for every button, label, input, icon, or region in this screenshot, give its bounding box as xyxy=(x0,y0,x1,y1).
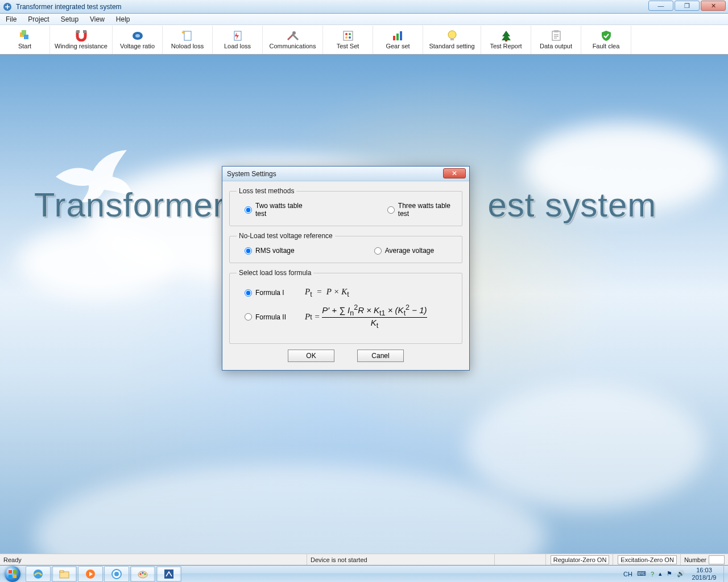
toolbar: Start Winding resistance Voltage ratio N… xyxy=(0,25,728,55)
tray-clock[interactable]: 16:03 2018/1/9 xyxy=(687,567,721,581)
radio-rms-voltage[interactable]: RMS voltage xyxy=(245,247,295,255)
statusbar: Ready Device is not started Regulator-Ze… xyxy=(0,554,728,565)
radio-input[interactable] xyxy=(245,289,252,297)
tool-test-set[interactable]: Test Set xyxy=(323,26,373,54)
svg-rect-3 xyxy=(22,30,26,35)
svg-rect-22 xyxy=(552,31,560,40)
svg-point-10 xyxy=(292,31,296,35)
palette-icon xyxy=(341,30,355,41)
dialog-titlebar[interactable]: System Settings ✕ xyxy=(222,167,469,181)
dialog-close-button[interactable]: ✕ xyxy=(443,168,466,178)
show-desktop-button[interactable] xyxy=(723,566,728,582)
windows-taskbar: CH ⌨ ? ▴ ⚑ 🔊 16:03 2018/1/9 xyxy=(0,565,728,582)
tool-load-loss[interactable]: Load loss xyxy=(213,26,263,54)
radio-input[interactable] xyxy=(374,247,382,255)
radio-input[interactable] xyxy=(387,206,395,214)
tool-label: Test Set xyxy=(337,43,359,49)
tool-noload-loss[interactable]: Noload loss xyxy=(163,26,213,54)
radio-formula-2[interactable]: Formula II xyxy=(237,313,305,321)
tool-label: Voltage ratio xyxy=(120,43,155,49)
system-tray: CH ⌨ ? ▴ ⚑ 🔊 16:03 2018/1/9 xyxy=(621,566,728,582)
ok-button[interactable]: OK xyxy=(288,350,334,362)
tool-label: Start xyxy=(18,43,31,49)
radio-input[interactable] xyxy=(245,247,252,255)
tray-keyboard-icon[interactable]: ⌨ xyxy=(635,570,648,577)
cloud-decoration xyxy=(17,225,176,299)
start-button[interactable] xyxy=(0,566,25,583)
tool-gear-set[interactable]: Gear set xyxy=(373,26,423,54)
svg-rect-8 xyxy=(184,31,191,40)
app-icon xyxy=(2,2,13,12)
radio-three-watts[interactable]: Three watts table test xyxy=(387,202,455,218)
status-regulator: Regulator-Zero ON xyxy=(546,554,614,565)
tool-label: Test Report xyxy=(490,43,522,49)
doc-spark-icon xyxy=(180,30,195,41)
group-legend: Loss test methods xyxy=(237,187,296,195)
radio-average-voltage[interactable]: Average voltage xyxy=(374,247,435,255)
svg-rect-16 xyxy=(393,36,395,40)
tool-winding-resistance[interactable]: Winding resistance xyxy=(50,26,113,54)
svg-point-37 xyxy=(144,573,146,575)
doc-bolt-icon xyxy=(230,30,245,41)
cloud-decoration xyxy=(466,384,705,509)
cubes-icon xyxy=(18,30,32,41)
svg-rect-30 xyxy=(60,571,64,572)
taskbar-browser[interactable] xyxy=(104,566,129,582)
bulb-icon xyxy=(445,30,460,41)
group-load-loss-formula: Select load loss formula Formula I Pt = … xyxy=(229,269,462,344)
status-ready: Ready xyxy=(0,554,307,565)
group-noload-voltage-ref: No-Load test voltage reference RMS volta… xyxy=(229,232,462,263)
tool-start[interactable]: Start xyxy=(0,26,50,54)
tool-label: Load loss xyxy=(224,43,251,49)
taskbar-paint[interactable] xyxy=(130,566,155,582)
minimize-button[interactable]: — xyxy=(648,1,673,11)
taskbar-ie[interactable] xyxy=(26,566,51,582)
clipboard-icon xyxy=(549,30,564,41)
close-button[interactable]: ✕ xyxy=(701,1,726,11)
tray-flag-icon[interactable]: ⚑ xyxy=(664,570,675,577)
tool-label: Noload loss xyxy=(171,43,204,49)
status-number: Number xyxy=(681,554,728,565)
tool-label: Standard setting xyxy=(429,43,474,49)
svg-rect-29 xyxy=(60,572,69,578)
svg-rect-38 xyxy=(164,569,173,579)
cancel-button[interactable]: Canel xyxy=(357,350,404,362)
taskbar-explorer[interactable] xyxy=(52,566,77,582)
menu-help[interactable]: Help xyxy=(110,14,136,24)
tool-data-output[interactable]: Data output xyxy=(531,26,581,54)
tool-label: Fault clea xyxy=(593,43,620,49)
svg-rect-4 xyxy=(76,30,80,33)
taskbar-media[interactable] xyxy=(78,566,103,582)
radio-input[interactable] xyxy=(245,206,252,214)
tray-volume-icon[interactable]: 🔊 xyxy=(675,570,687,577)
radio-formula-1[interactable]: Formula I xyxy=(237,289,305,297)
svg-rect-26 xyxy=(9,575,12,578)
menu-project[interactable]: Project xyxy=(22,14,55,24)
tool-fault-clear[interactable]: Fault clea xyxy=(581,26,631,54)
taskbar-app[interactable] xyxy=(156,566,181,582)
tool-label: Gear set xyxy=(386,43,410,49)
tool-test-report[interactable]: Test Report xyxy=(481,26,531,54)
group-legend: Select load loss formula xyxy=(237,269,313,277)
tray-ime[interactable]: CH xyxy=(621,571,635,577)
shield-icon xyxy=(599,30,614,41)
radio-input[interactable] xyxy=(245,313,252,321)
tree-icon xyxy=(499,30,514,41)
dialog-title: System Settings xyxy=(227,170,276,178)
radio-two-watts[interactable]: Two watts table test xyxy=(245,202,308,218)
tool-standard-setting[interactable]: Standard setting xyxy=(423,26,481,54)
svg-rect-5 xyxy=(83,30,86,33)
tray-chevron-icon[interactable]: ▴ xyxy=(656,570,664,577)
menu-view[interactable]: View xyxy=(84,14,110,24)
tool-voltage-ratio[interactable]: Voltage ratio xyxy=(113,26,163,54)
tool-communications[interactable]: Communications xyxy=(263,26,323,54)
cloud-decoration xyxy=(34,464,546,554)
svg-rect-11 xyxy=(344,31,353,40)
menu-setup[interactable]: Setup xyxy=(55,14,84,24)
formula-1-display: Pt = P × Kt xyxy=(305,287,349,298)
formula-2-display: Pt = P′ + ∑ In2R × Kt1 × (Kt2 − 1) Kt xyxy=(305,304,427,330)
menu-file[interactable]: File xyxy=(0,14,22,24)
tray-help-icon[interactable]: ? xyxy=(648,571,656,577)
maximize-button[interactable]: ❐ xyxy=(675,1,700,11)
svg-rect-21 xyxy=(505,40,507,41)
